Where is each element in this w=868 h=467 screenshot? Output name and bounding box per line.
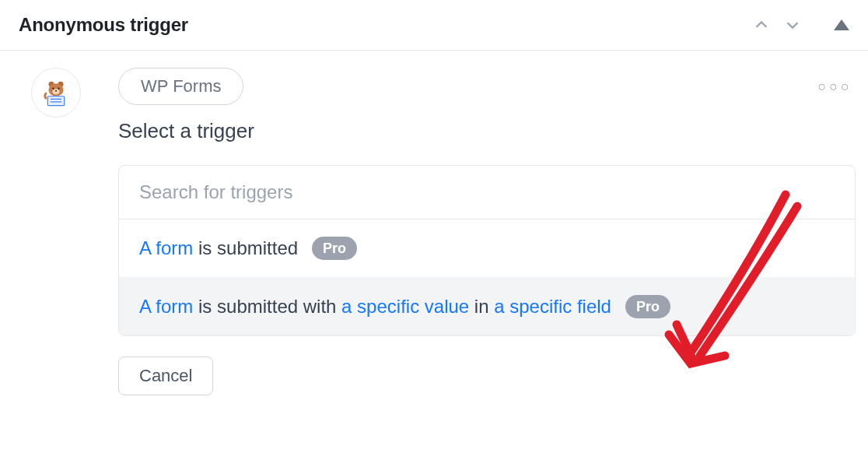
trigger-token: A form [139,296,193,317]
chevron-up-icon[interactable] [753,16,770,33]
trigger-search-input[interactable] [139,181,835,203]
trigger-text: in [469,296,494,317]
trigger-token: a specific value [341,296,469,317]
trigger-option-text: A form is submitted [139,237,298,259]
trigger-dropdown: A form is submittedProA form is submitte… [118,165,856,336]
cancel-button-label: Cancel [139,366,192,386]
collapse-triangle-icon[interactable] [834,19,849,30]
svg-point-4 [52,87,54,89]
svg-point-5 [58,87,59,89]
panel-title: Anonymous trigger [19,14,188,36]
more-menu-icon[interactable]: ○○○ [817,79,856,95]
panel-header-controls [753,16,849,33]
svg-point-3 [52,89,60,94]
trigger-text: is submitted [193,237,298,258]
cancel-button[interactable]: Cancel [118,356,213,395]
svg-rect-7 [47,97,64,106]
wpforms-bear-icon [41,78,71,107]
trigger-config: WP Forms ○○○ Select a trigger A form is … [118,68,856,395]
integration-chip[interactable]: WP Forms [118,68,243,105]
trigger-token: a specific field [494,296,611,317]
integration-chip-label: WP Forms [141,76,221,97]
trigger-search-row [119,166,855,219]
trigger-option[interactable]: A form is submittedPro [119,219,855,277]
trigger-option[interactable]: A form is submitted with a specific valu… [119,277,855,335]
chevron-down-icon[interactable] [784,16,801,33]
svg-point-6 [55,90,57,92]
pro-badge: Pro [312,237,357,260]
panel-body: WP Forms ○○○ Select a trigger A form is … [0,51,868,414]
trigger-option-text: A form is submitted with a specific valu… [139,296,611,318]
trigger-token: A form [139,237,193,258]
panel-header: Anonymous trigger [0,0,868,51]
trigger-text: is submitted with [193,296,341,317]
trigger-options-list: A form is submittedProA form is submitte… [119,219,855,335]
trigger-subtitle: Select a trigger [118,119,856,143]
pro-badge: Pro [625,295,670,318]
integration-avatar [31,68,81,118]
